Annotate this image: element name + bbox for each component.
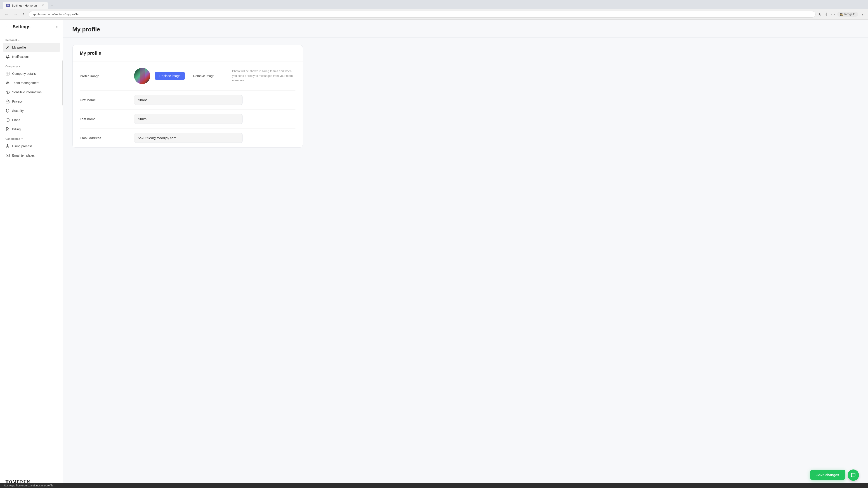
- company-label-text: Company: [5, 65, 18, 68]
- sidebar-item-sensitive-info-label: Sensitive information: [12, 90, 41, 94]
- main-content: My profile My profile Profile image: [63, 20, 868, 488]
- nav-section-candidates: Candidates ▼ Hiring process Email templa…: [3, 135, 60, 160]
- app-container: ← Settings « Personal ▼ My profile: [0, 20, 868, 488]
- tab-close-icon[interactable]: ✕: [41, 4, 44, 7]
- sidebar-item-my-profile[interactable]: My profile: [3, 43, 60, 52]
- sidebar-item-security-label: Security: [12, 109, 24, 112]
- email-input[interactable]: [134, 133, 243, 143]
- sidebar-header: ← Settings «: [0, 20, 63, 33]
- person-icon: [5, 45, 10, 50]
- refresh-button[interactable]: ↻: [21, 11, 27, 18]
- replace-image-button[interactable]: Replace image: [155, 72, 185, 80]
- status-bar: https://app.homerun.co/settings/my-profi…: [0, 483, 868, 488]
- svg-rect-1: [6, 72, 9, 75]
- sidebar-item-email-templates[interactable]: Email templates: [3, 151, 60, 160]
- envelope-icon: [5, 153, 10, 158]
- address-bar[interactable]: app.homerun.co/settings/my-profile: [29, 11, 815, 18]
- card-header: My profile: [72, 45, 303, 61]
- personal-label-text: Personal: [5, 39, 17, 42]
- svg-point-3: [8, 82, 9, 83]
- content-area: My profile Profile image: [63, 38, 312, 159]
- svg-rect-5: [6, 101, 9, 103]
- candidates-chevron-icon: ▼: [21, 138, 23, 140]
- incognito-hat-icon: 🕵: [840, 13, 843, 16]
- remove-image-button[interactable]: Remove image: [189, 72, 218, 80]
- shield-icon: [5, 108, 10, 113]
- nav-section-company: Company ▼ Company details Team managemen…: [3, 63, 60, 134]
- card-title: My profile: [80, 51, 296, 56]
- chat-icon: [851, 473, 856, 478]
- back-to-app-button[interactable]: ←: [5, 24, 10, 29]
- tab-title: Settings · Homerun: [12, 4, 40, 7]
- sidebar-item-notifications[interactable]: Notifications: [3, 52, 60, 61]
- back-nav-button[interactable]: ←: [3, 11, 10, 18]
- sidebar-item-team-management[interactable]: Team management: [3, 78, 60, 88]
- sidebar-item-plans-label: Plans: [12, 118, 20, 122]
- sidebar-item-billing[interactable]: Billing: [3, 125, 60, 134]
- browser-tab[interactable]: H Settings · Homerun ✕: [3, 2, 48, 9]
- sidebar-item-sensitive-information[interactable]: Sensitive information: [3, 88, 60, 97]
- sidebar-item-email-templates-label: Email templates: [12, 154, 35, 157]
- sidebar-item-plans[interactable]: Plans: [3, 116, 60, 125]
- company-chevron-icon: ▼: [19, 65, 21, 68]
- svg-point-0: [7, 46, 8, 47]
- cube-icon: [5, 118, 10, 122]
- sidebar-item-privacy-label: Privacy: [12, 100, 23, 103]
- flow-icon: [5, 144, 10, 149]
- avatar: [134, 68, 150, 84]
- email-label: Email address: [80, 136, 134, 140]
- sidebar-item-security[interactable]: Security: [3, 106, 60, 115]
- nav-section-candidates-label[interactable]: Candidates ▼: [3, 135, 60, 141]
- layout-icon[interactable]: ▭: [830, 11, 836, 18]
- sidebar-title: Settings: [13, 24, 53, 29]
- personal-chevron-icon: ▼: [18, 39, 20, 41]
- building-icon: [5, 71, 10, 76]
- profile-card: My profile Profile image: [72, 45, 303, 148]
- menu-icon[interactable]: ⋮: [860, 11, 865, 18]
- eye-icon: [5, 90, 10, 94]
- last-name-input[interactable]: [134, 114, 243, 124]
- page-title: My profile: [72, 26, 859, 33]
- chat-button[interactable]: [848, 469, 859, 481]
- receipt-icon: [5, 127, 10, 131]
- incognito-badge: 🕵 Incognito: [837, 12, 858, 17]
- incognito-label: Incognito: [844, 13, 855, 16]
- sidebar-item-company-details[interactable]: Company details: [3, 69, 60, 78]
- svg-point-4: [7, 92, 8, 93]
- svg-point-9: [6, 147, 7, 147]
- new-tab-button[interactable]: +: [49, 3, 55, 8]
- sidebar: ← Settings « Personal ▼ My profile: [0, 20, 63, 488]
- form-section: Profile image Replace image Remove image: [72, 61, 303, 147]
- browser-toolbar: ← → ↻ app.homerun.co/settings/my-profile…: [0, 9, 868, 20]
- svg-point-10: [8, 147, 9, 147]
- svg-point-8: [7, 144, 8, 146]
- sidebar-item-billing-label: Billing: [12, 127, 21, 131]
- main-header: My profile: [63, 20, 868, 38]
- forward-nav-button[interactable]: →: [12, 11, 20, 18]
- browser-chrome: H Settings · Homerun ✕ + ← → ↻ app.homer…: [0, 0, 868, 20]
- nav-section-company-label[interactable]: Company ▼: [3, 63, 60, 69]
- collapse-sidebar-button[interactable]: «: [56, 25, 58, 29]
- profile-image-label: Profile image: [80, 74, 134, 78]
- avatar-overlay: [140, 68, 145, 84]
- sidebar-item-hiring-process-label: Hiring process: [12, 144, 32, 148]
- first-name-label: First name: [80, 98, 134, 102]
- nav-section-personal: Personal ▼ My profile Notifications: [3, 37, 60, 61]
- candidates-label-text: Candidates: [5, 137, 20, 140]
- bookmark-icon[interactable]: ★: [817, 11, 822, 18]
- bell-icon: [5, 55, 10, 59]
- first-name-input[interactable]: [134, 95, 243, 105]
- download-icon[interactable]: ⇓: [824, 11, 829, 18]
- tab-favicon: H: [6, 4, 10, 7]
- save-changes-button[interactable]: Save changes: [810, 470, 845, 480]
- last-name-row: Last name: [80, 109, 296, 129]
- svg-point-2: [7, 82, 8, 83]
- status-url: https://app.homerun.co/settings/my-profi…: [3, 484, 53, 487]
- lock-icon: [5, 99, 10, 104]
- image-hint: Photo will be shown in hiring teams and …: [232, 69, 296, 83]
- sidebar-item-hiring-process[interactable]: Hiring process: [3, 142, 60, 151]
- last-name-label: Last name: [80, 117, 134, 121]
- nav-section-personal-label[interactable]: Personal ▼: [3, 37, 60, 43]
- url-text: app.homerun.co/settings/my-profile: [33, 13, 79, 16]
- sidebar-item-privacy[interactable]: Privacy: [3, 97, 60, 106]
